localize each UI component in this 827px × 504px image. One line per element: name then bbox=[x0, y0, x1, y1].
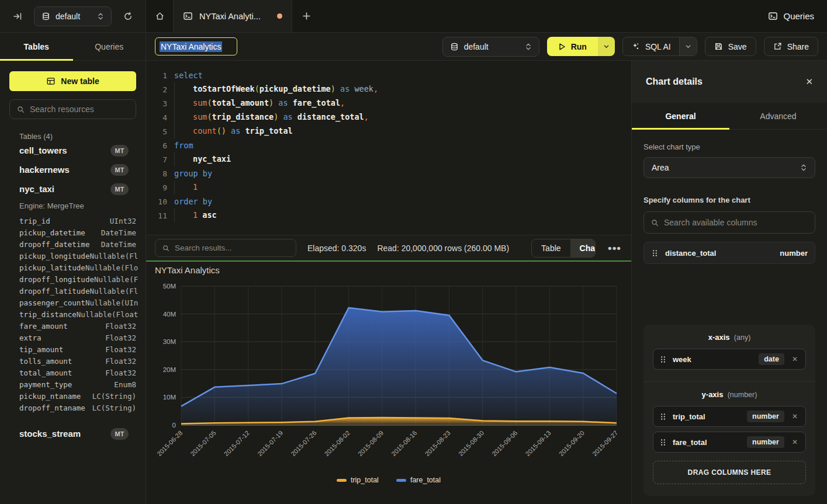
legend-item[interactable]: fare_total bbox=[396, 476, 441, 484]
columns-search-input[interactable] bbox=[664, 218, 808, 227]
svg-text:2015-07-12: 2015-07-12 bbox=[223, 429, 251, 457]
column-row: total_amountFloat32 bbox=[19, 367, 136, 378]
svg-text:50M: 50M bbox=[163, 283, 176, 290]
close-button[interactable]: ✕ bbox=[805, 77, 813, 87]
terminal-icon bbox=[183, 11, 193, 21]
column-type: DateTime bbox=[101, 228, 136, 237]
play-icon bbox=[558, 43, 566, 51]
chevron-updown-icon bbox=[525, 43, 532, 51]
legend-item[interactable]: trip_total bbox=[337, 476, 379, 484]
sql-ai-options-button[interactable] bbox=[679, 37, 697, 55]
tab-advanced[interactable]: Advanced bbox=[729, 103, 827, 129]
column-name: dropoff_datetime bbox=[19, 240, 89, 249]
line-number: 11 bbox=[146, 211, 167, 220]
area-chart[interactable]: 010M20M30M40M50M2015-06-282015-07-052015… bbox=[146, 277, 631, 482]
y-axis-column-item[interactable]: trip_totalnumber✕ bbox=[653, 406, 806, 427]
new-tab-button[interactable] bbox=[292, 0, 320, 32]
refresh-button[interactable] bbox=[119, 7, 137, 26]
remove-column-button[interactable]: ✕ bbox=[790, 438, 800, 446]
table-row[interactable]: hackernewsMT bbox=[19, 160, 136, 179]
column-type: LC(String) bbox=[92, 392, 136, 401]
code-token: from bbox=[174, 141, 193, 150]
table-name: stocks_stream bbox=[19, 429, 81, 439]
svg-text:2015-08-23: 2015-08-23 bbox=[424, 429, 452, 457]
code-line: 8group by bbox=[146, 166, 631, 180]
new-table-button-label: New table bbox=[61, 77, 99, 86]
column-type: LC(String) bbox=[92, 404, 136, 412]
sidebar-tab-queries[interactable]: Queries bbox=[73, 33, 146, 60]
indent-guide bbox=[174, 180, 193, 194]
code-token: ) bbox=[331, 84, 335, 93]
code-token: , bbox=[364, 112, 369, 121]
remove-column-button[interactable]: ✕ bbox=[790, 355, 800, 363]
sidebar-collapse-button[interactable] bbox=[8, 7, 27, 26]
code-token: 1 bbox=[193, 210, 198, 220]
chevron-down-icon bbox=[685, 43, 691, 50]
sidebar-search-input[interactable] bbox=[30, 105, 129, 114]
svg-text:2015-07-05: 2015-07-05 bbox=[189, 429, 217, 457]
x-axis-items: weekdate✕ bbox=[653, 349, 806, 370]
x-axis-section: x-axis (any) weekdate✕ bbox=[643, 325, 815, 381]
code-token: group by bbox=[174, 169, 212, 178]
code-token: toStartOfWeek bbox=[193, 84, 255, 93]
chart-details-tabs: General Advanced bbox=[632, 103, 827, 130]
indent-guide bbox=[174, 208, 193, 223]
results-search-input[interactable] bbox=[175, 244, 289, 252]
chart-type-select[interactable]: Area bbox=[643, 157, 815, 178]
drop-zone-label: DRAG COLUMNS HERE bbox=[688, 468, 771, 477]
save-button[interactable]: Save bbox=[705, 37, 756, 56]
table-row[interactable]: stocks_streamMT bbox=[19, 424, 136, 443]
more-options-button[interactable]: ••• bbox=[607, 242, 622, 255]
database-selector[interactable]: default bbox=[442, 37, 539, 57]
database-selector[interactable]: default bbox=[34, 6, 112, 26]
sql-ai-button-label: SQL AI bbox=[645, 42, 671, 51]
code-token: select bbox=[174, 71, 203, 80]
view-toggle-table[interactable]: Table bbox=[532, 239, 570, 257]
run-options-button[interactable] bbox=[598, 37, 615, 56]
svg-text:2015-07-26: 2015-07-26 bbox=[289, 429, 317, 457]
available-column-item[interactable]: distance_totalnumber bbox=[643, 242, 815, 264]
y-axis-column-item[interactable]: fare_totalnumber✕ bbox=[653, 432, 806, 453]
refresh-icon bbox=[123, 12, 133, 21]
engine-badge: MT bbox=[110, 183, 129, 195]
line-number: 1 bbox=[146, 71, 167, 80]
engine-badge: MT bbox=[110, 164, 129, 176]
plus-icon bbox=[302, 12, 311, 20]
run-button[interactable]: Run bbox=[547, 37, 598, 56]
chart-details-body: Select chart type Area Specify columns f… bbox=[632, 130, 827, 504]
sql-ai-button[interactable]: SQL AI bbox=[623, 37, 679, 55]
sql-editor[interactable]: 1select2toStartOfWeek(pickup_datetime) a… bbox=[146, 61, 631, 235]
code-line: 2toStartOfWeek(pickup_datetime) as week, bbox=[146, 82, 631, 96]
legend-label: trip_total bbox=[351, 476, 379, 484]
code-token: week bbox=[354, 84, 373, 93]
table-columns-list: trip_idUInt32pickup_datetimeDateTimedrop… bbox=[19, 215, 136, 413]
drag-handle-icon bbox=[659, 355, 667, 364]
column-name: tip_amount bbox=[19, 345, 63, 354]
query-title-input[interactable]: NYTaxi Analytics bbox=[155, 37, 237, 55]
home-tab-button[interactable] bbox=[146, 0, 173, 32]
save-button-label: Save bbox=[728, 42, 747, 51]
share-button[interactable]: Share bbox=[764, 37, 818, 56]
column-row: pickup_datetimeDateTime bbox=[19, 227, 136, 238]
drag-columns-drop-zone[interactable]: DRAG COLUMNS HERE bbox=[653, 461, 806, 484]
sidebar-table-list: cell_towersMThackernewsMTnyc_taxiMTEngin… bbox=[9, 141, 136, 443]
sidebar-tab-tables[interactable]: Tables bbox=[0, 33, 73, 60]
table-row[interactable]: nyc_taxiMT bbox=[19, 179, 136, 199]
remove-column-button[interactable]: ✕ bbox=[790, 412, 800, 420]
topbar-left-section: default bbox=[0, 0, 146, 32]
chevron-updown-icon bbox=[800, 164, 807, 172]
new-table-button[interactable]: New table bbox=[9, 71, 136, 91]
save-icon bbox=[714, 42, 723, 51]
table-row[interactable]: cell_towersMT bbox=[19, 141, 136, 160]
column-row: pickup_latitudeNullable(Flo bbox=[19, 262, 136, 273]
tab-general[interactable]: General bbox=[632, 103, 729, 129]
x-axis-column-item[interactable]: weekdate✕ bbox=[653, 349, 806, 370]
column-name: pickup_datetime bbox=[19, 228, 85, 237]
view-toggle-chart[interactable]: Chart bbox=[570, 239, 596, 257]
column-row: pickup_longitudeNullable(Fl bbox=[19, 250, 136, 262]
query-tab[interactable]: NYTaxi Analyti... bbox=[173, 0, 292, 32]
y-axis-label: y-axis (number) bbox=[653, 390, 806, 399]
queries-button[interactable]: Queries bbox=[755, 0, 827, 32]
top-bar: default NYTaxi Analyti... Queri bbox=[0, 0, 827, 33]
sidebar-search bbox=[9, 99, 136, 119]
